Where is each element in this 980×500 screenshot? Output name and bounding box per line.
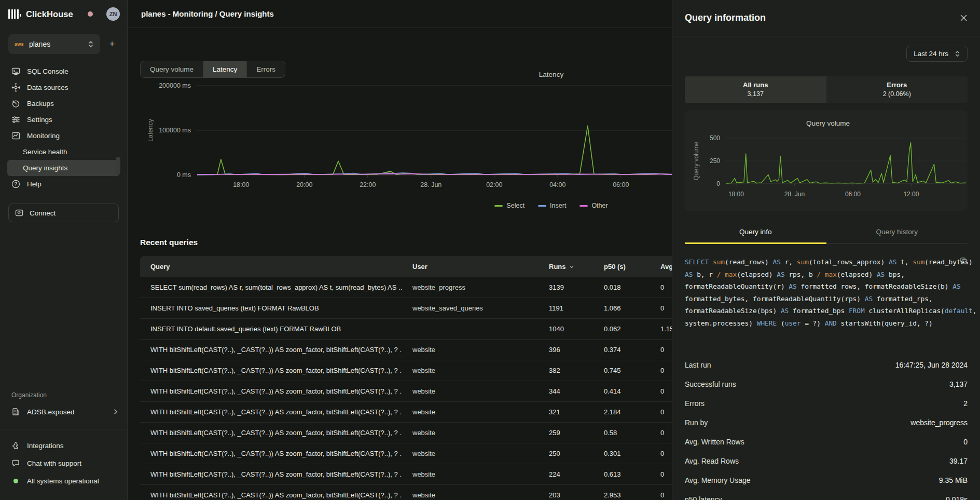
user-cell: website_saved_queries [402, 304, 539, 312]
green-dot-icon [11, 477, 20, 485]
runs-cell: 1040 [539, 325, 593, 333]
query-cell: WITH bitShiftLeft(CAST(?..), _CAST(?..))… [140, 429, 402, 437]
add-service-button[interactable]: + [105, 39, 119, 50]
sidebar-item-settings[interactable]: Settings [7, 112, 120, 128]
column-header-p50-s-[interactable]: p50 (s) [593, 263, 650, 271]
sidebar-item-query-insights[interactable]: Query insights [7, 160, 120, 176]
p50-cell: 2.184 [593, 408, 650, 416]
svg-text:Query volume: Query volume [806, 119, 850, 127]
svg-text:Latency: Latency [539, 71, 564, 78]
organization-switcher[interactable]: ADSB.exposed [0, 404, 127, 420]
svg-text:18:00: 18:00 [233, 181, 249, 188]
p50-cell: 0.062 [593, 325, 650, 333]
query-cell: WITH bitShiftLeft(CAST(?..), _CAST(?..))… [140, 346, 402, 354]
help-icon [11, 180, 20, 188]
service-selector[interactable]: aws planes [8, 34, 100, 54]
backups-icon [11, 99, 20, 108]
connect-button[interactable]: Connect [8, 204, 119, 222]
time-range-select[interactable]: Last 24 hrs [906, 46, 968, 62]
sidebar-footer: IntegrationsChat with supportAll systems… [0, 438, 127, 489]
query-cell: INSERT INTO default.saved_queries (text)… [140, 325, 402, 333]
p50-cell: 0.301 [593, 450, 650, 457]
legend-item-select[interactable]: Select [494, 202, 524, 209]
user-cell: website [402, 429, 539, 437]
p50-cell: 0.745 [593, 367, 650, 374]
sidebar-item-data-sources[interactable]: Data sources [7, 79, 120, 96]
column-header-query[interactable]: Query [140, 263, 402, 271]
column-header-runs[interactable]: Runs [539, 263, 593, 271]
detail-row-last-run: Last run16:47:25, Jun 28 2024 [685, 356, 968, 375]
p50-cell: 1.066 [593, 304, 650, 312]
sort-desc-icon [569, 264, 574, 269]
sidebar-item-sql-console[interactable]: SQL Console [7, 63, 120, 79]
panel-header: Query information [672, 0, 980, 36]
sql-code-block: SELECT sum(read_rows) AS r, sum(total_ro… [685, 256, 968, 330]
runs-cell: 382 [539, 367, 593, 374]
breadcrumb: planes - Monitoring / Query insights [141, 9, 274, 18]
svg-text:02:00: 02:00 [486, 181, 502, 188]
footer-item-chat-with-support[interactable]: Chat with support [0, 455, 127, 471]
sidebar-divider [0, 429, 127, 429]
legend-swatch [538, 205, 546, 207]
sidebar-item-help[interactable]: Help [7, 176, 120, 192]
sql-code-line: AS b, r / max(elapsed) AS rps, b / max(e… [685, 268, 968, 281]
runs-cell: 3139 [539, 283, 593, 291]
puzzle-icon [11, 441, 20, 450]
avatar[interactable]: ZN [106, 7, 120, 21]
user-cell: website [402, 367, 539, 374]
sidebar-nav: SQL ConsoleData sourcesBackupsSettingsMo… [0, 63, 127, 192]
runs-errors-tabs: All runs3,137Errors2 (0.06%) [685, 76, 968, 103]
column-header-user[interactable]: User [402, 263, 539, 271]
runs-cell: 250 [539, 450, 593, 457]
monitoring-icon [11, 131, 20, 140]
sidebar-item-label: Backups [27, 100, 54, 107]
user-cell: website [402, 491, 539, 499]
sql-code-line: formatReadableSize(bps) AS formatted_bps… [685, 305, 968, 317]
sidebar-item-label: Query insights [23, 164, 67, 172]
sidebar-item-label: Service health [23, 148, 67, 156]
runs-cell: 224 [539, 470, 593, 478]
organization-name: ADSB.exposed [27, 408, 75, 416]
svg-text:12:00: 12:00 [903, 191, 919, 198]
footer-item-all-systems-operational[interactable]: All systems operational [0, 473, 127, 489]
sidebar-item-label: Monitoring [27, 132, 60, 140]
detail-row-successful-runs: Successful runs3,137 [685, 375, 968, 394]
summary-tab-errors[interactable]: Errors2 (0.06%) [826, 76, 968, 103]
copy-icon[interactable] [960, 257, 968, 265]
service-name: planes [29, 40, 88, 48]
svg-text:06:00: 06:00 [613, 181, 629, 188]
sql-code-line: formatted_bytes, formatReadableQuantity(… [685, 293, 968, 305]
svg-text:28. Jun: 28. Jun [784, 191, 805, 198]
tab-query-history[interactable]: Query history [826, 223, 968, 243]
query-cell: WITH bitShiftLeft(CAST(?..), _CAST(?..))… [140, 367, 402, 374]
svg-text:Query volume: Query volume [693, 141, 700, 180]
p50-cell: 0.58 [593, 429, 650, 437]
terminal-icon [11, 67, 20, 76]
p50-cell: 0.374 [593, 346, 650, 354]
svg-text:22:00: 22:00 [360, 181, 376, 188]
runs-cell: 321 [539, 408, 593, 416]
sidebar-scrollbar-thumb[interactable] [116, 157, 120, 174]
detail-row-p50-latency: p50 latency0.018s [685, 490, 968, 500]
svg-text:200000 ms: 200000 ms [159, 82, 191, 89]
sidebar-item-monitoring[interactable]: Monitoring [7, 128, 120, 144]
sidebar-item-service-health[interactable]: Service health [7, 144, 120, 160]
svg-text:500: 500 [710, 134, 720, 142]
svg-text:06:00: 06:00 [845, 191, 861, 198]
app-title: ClickHouse [26, 9, 73, 19]
settings-icon [11, 115, 20, 124]
query-volume-chart-svg: 025050018:0028. Jun06:0012:00Query volum… [685, 110, 968, 204]
summary-tab-all-runs[interactable]: All runs3,137 [685, 76, 826, 103]
svg-text:28. Jun: 28. Jun [420, 181, 441, 188]
legend-item-insert[interactable]: Insert [538, 202, 566, 209]
runs-cell: 203 [539, 491, 593, 499]
svg-text:250: 250 [710, 157, 720, 165]
sidebar-item-backups[interactable]: Backups [7, 96, 120, 112]
query-information-panel: Query information Last 24 hrs All runs3,… [672, 0, 980, 500]
footer-item-integrations[interactable]: Integrations [0, 438, 127, 453]
tab-query-info[interactable]: Query info [685, 223, 826, 243]
legend-item-other[interactable]: Other [579, 202, 608, 209]
sidebar: ClickHouse ZN aws planes + SQL ConsoleDa… [0, 0, 128, 500]
close-icon[interactable] [960, 14, 968, 22]
notification-dot-icon [88, 11, 93, 17]
